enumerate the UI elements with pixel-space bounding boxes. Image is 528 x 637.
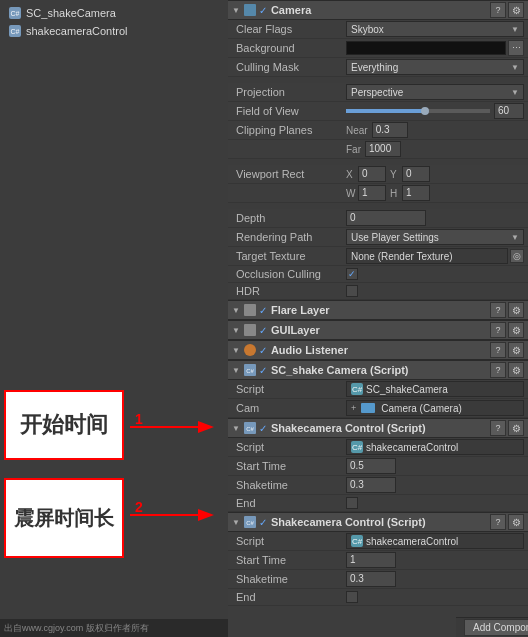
shake-ctrl-1-check[interactable]: ✓ (259, 423, 267, 434)
gui-section-title: GUILayer (271, 324, 488, 336)
sc-shake-header[interactable]: ▼ C# ✓ SC_shake Camera (Script) ? ⚙ (228, 360, 528, 380)
shake2-script-field[interactable]: C# shakecameraControl (346, 533, 524, 549)
viewport-x-field[interactable]: 0 (358, 166, 386, 182)
occlusion-checkbox[interactable]: ✓ (346, 268, 358, 280)
shake1-script-value: C# shakecameraControl (346, 439, 524, 455)
viewport-h-field[interactable]: 1 (402, 185, 430, 201)
shake-ctrl-1-gear-btn[interactable]: ⚙ (508, 420, 524, 436)
shake2-end-checkbox[interactable] (346, 591, 358, 603)
shake2-end-row: End (228, 589, 528, 606)
clear-flags-dropdown[interactable]: Skybox ▼ (346, 21, 524, 37)
background-color-swatch[interactable] (346, 41, 506, 55)
shake2-starttime-value: 1 (346, 552, 524, 568)
clear-flags-label: Clear Flags (236, 23, 346, 35)
x-label: X (346, 169, 356, 180)
shake2-shaketime-value: 0.3 (346, 571, 524, 587)
svg-point-11 (244, 344, 256, 356)
shake-ctrl-1-info-btn[interactable]: ? (490, 420, 506, 436)
flare-section-title: Flare Layer (271, 304, 488, 316)
audio-foldout: ▼ (232, 346, 240, 355)
culling-mask-dropdown[interactable]: Everything ▼ (346, 59, 524, 75)
sc-shake-info-btn[interactable]: ? (490, 362, 506, 378)
camera-gear-btn[interactable]: ⚙ (508, 2, 524, 18)
svg-text:1: 1 (135, 412, 143, 427)
shake2-starttime-field[interactable]: 1 (346, 552, 396, 568)
fov-number[interactable]: 60 (494, 103, 524, 119)
audio-listener-header[interactable]: ▼ ✓ Audio Listener ? ⚙ (228, 340, 528, 360)
camera-info-btn[interactable]: ? (490, 2, 506, 18)
sc-script-field[interactable]: C# SC_shakeCamera (346, 381, 524, 397)
target-texture-pick[interactable]: ◎ (510, 249, 524, 263)
fov-slider[interactable] (346, 109, 490, 113)
camera-enabled-check[interactable]: ✓ (259, 5, 267, 16)
gui-gear-btn[interactable]: ⚙ (508, 322, 524, 338)
shake1-shaketime-row: Shaketime 0.3 (228, 476, 528, 495)
fov-value: 60 (346, 103, 524, 119)
sc-script-label: Script (236, 383, 346, 395)
shake2-script-row: Script C# shakecameraControl (228, 532, 528, 551)
viewport-y-field[interactable]: 0 (402, 166, 430, 182)
near-field[interactable]: 0.3 (372, 122, 408, 138)
svg-text:C#: C# (246, 426, 254, 432)
left-item-sc-shake-camera[interactable]: C# SC_shakeCamera (4, 4, 224, 22)
audio-info-btn[interactable]: ? (490, 342, 506, 358)
target-texture-field[interactable]: None (Render Texture) (346, 248, 508, 264)
rendering-path-dropdown[interactable]: Use Player Settings ▼ (346, 229, 524, 245)
shake1-end-value (346, 497, 524, 509)
shake1-script-row: Script C# shakecameraControl (228, 438, 528, 457)
left-item-shakecamera-control[interactable]: C# shakecameraControl (4, 22, 224, 40)
shake-ctrl-2-header[interactable]: ▼ C# ✓ Shakecamera Control (Script) ? ⚙ (228, 512, 528, 532)
far-field[interactable]: 1000 (365, 141, 401, 157)
shake-ctrl-2-icon: C# (243, 515, 257, 529)
viewport-w-item: W 1 (346, 185, 386, 201)
rendering-path-value: Use Player Settings ▼ (346, 229, 524, 245)
shake-ctrl-2-info-btn[interactable]: ? (490, 514, 506, 530)
hdr-checkbox[interactable] (346, 285, 358, 297)
shake2-end-value (346, 591, 524, 603)
fov-row: Field of View 60 (228, 102, 528, 121)
annotation-arrow-1: 1 (130, 412, 230, 444)
svg-text:C#: C# (11, 10, 20, 17)
shake1-shaketime-value: 0.3 (346, 477, 524, 493)
culling-mask-value: Everything ▼ (346, 59, 524, 75)
background-expand-btn[interactable]: ⋯ (508, 40, 524, 56)
audio-gear-btn[interactable]: ⚙ (508, 342, 524, 358)
flare-info-btn[interactable]: ? (490, 302, 506, 318)
shake1-shaketime-field[interactable]: 0.3 (346, 477, 396, 493)
camera-section-header[interactable]: ▼ ✓ Camera ? ⚙ (228, 0, 528, 20)
shake1-starttime-label: Start Time (236, 460, 346, 472)
gui-layer-header[interactable]: ▼ ✓ GUILayer ? ⚙ (228, 320, 528, 340)
viewport-w-field[interactable]: 1 (358, 185, 386, 201)
shake1-end-checkbox[interactable] (346, 497, 358, 509)
shake-ctrl-1-foldout: ▼ (232, 424, 240, 433)
shake2-shaketime-field[interactable]: 0.3 (346, 571, 396, 587)
shake1-starttime-field[interactable]: 0.5 (346, 458, 396, 474)
camera-check (243, 3, 257, 17)
shake1-starttime-value: 0.5 (346, 458, 524, 474)
gui-check[interactable]: ✓ (259, 325, 267, 336)
depth-field[interactable]: 0 (346, 210, 426, 226)
shake-ctrl-2-check[interactable]: ✓ (259, 517, 267, 528)
audio-check[interactable]: ✓ (259, 345, 267, 356)
gui-info-btn[interactable]: ? (490, 322, 506, 338)
flare-gear-btn[interactable]: ⚙ (508, 302, 524, 318)
flare-layer-header[interactable]: ▼ ✓ Flare Layer ? ⚙ (228, 300, 528, 320)
shake1-script-label: Script (236, 441, 346, 453)
shake-ctrl-1-header[interactable]: ▼ C# ✓ Shakecamera Control (Script) ? ⚙ (228, 418, 528, 438)
viewport-wh-value: W 1 H 1 (346, 185, 524, 201)
depth-row: Depth 0 (228, 209, 528, 228)
audio-icon (243, 343, 257, 357)
sc-shake-check[interactable]: ✓ (259, 365, 267, 376)
sc-shake-gear-btn[interactable]: ⚙ (508, 362, 524, 378)
shake1-script-field[interactable]: C# shakecameraControl (346, 439, 524, 455)
background-label: Background (236, 42, 346, 54)
projection-dropdown[interactable]: Perspective ▼ (346, 84, 524, 100)
cam-icon (361, 403, 375, 413)
cam-field[interactable]: + Camera (Camera) (346, 400, 524, 416)
add-component-button[interactable]: Add Component (464, 619, 528, 636)
shake-ctrl-2-gear-btn[interactable]: ⚙ (508, 514, 524, 530)
flare-check[interactable]: ✓ (259, 305, 267, 316)
clear-flags-row: Clear Flags Skybox ▼ (228, 20, 528, 39)
bottom-bar: Add Component (456, 617, 528, 637)
clipping-value: Near 0.3 (346, 122, 524, 138)
